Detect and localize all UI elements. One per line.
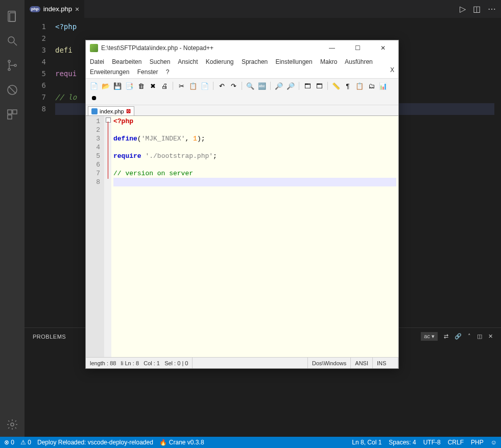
tb-print-icon[interactable]: 🖨 — [159, 81, 170, 91]
tb-new-icon[interactable]: 📄 — [89, 81, 99, 91]
more-actions-icon[interactable]: ⋯ — [488, 4, 496, 14]
menu-datei[interactable]: Datei — [90, 58, 104, 65]
tb-saveall-icon[interactable]: 📑 — [124, 81, 134, 91]
explorer-icon[interactable] — [0, 4, 25, 29]
menu-suchen[interactable]: Suchen — [150, 58, 171, 65]
svg-rect-9 — [8, 110, 12, 114]
tb-allchars-icon[interactable]: ¶ — [343, 81, 353, 91]
menu-help[interactable]: ? — [166, 68, 170, 76]
npp-doc-close[interactable]: X — [390, 65, 394, 75]
svg-point-6 — [14, 64, 16, 66]
menu-kodierung[interactable]: Kodierung — [206, 58, 234, 65]
tb-cut-icon[interactable]: ✂ — [176, 81, 186, 91]
notepadpp-window: E:\test\SFTP\data\index.php - Notepad++ … — [85, 40, 399, 369]
php-file-icon: php — [30, 6, 40, 12]
npp-tab-close-icon[interactable]: ⊠ — [126, 108, 131, 114]
npp-code: <?php define('MJK_INDEX', 1); require '.… — [111, 116, 398, 357]
tab-label: index.php — [43, 5, 72, 13]
menu-einstellungen[interactable]: Einstellungen — [276, 58, 313, 65]
debug-icon[interactable] — [0, 78, 25, 102]
svg-rect-1 — [10, 13, 15, 21]
panel-maximize-icon[interactable]: ◫ — [477, 333, 482, 340]
svg-point-4 — [8, 60, 10, 62]
settings-icon[interactable] — [0, 412, 25, 437]
menu-erweiterungen[interactable]: Erweiterungen — [90, 68, 129, 76]
tb-close-icon[interactable]: 🗑 — [136, 81, 146, 91]
npp-status-mode: INS — [373, 358, 398, 368]
tab-close-icon[interactable]: × — [75, 5, 79, 13]
npp-tab[interactable]: index.php ⊠ — [88, 106, 134, 115]
status-bar: ⊗ 0 ⚠ 0 Deploy Reloaded: vscode-deploy-r… — [0, 437, 501, 448]
panel-dropdown[interactable]: ac ▾ — [421, 332, 438, 341]
editor-tab[interactable]: php index.php × — [25, 0, 85, 18]
search-icon[interactable] — [0, 29, 25, 53]
npp-gutter: 1 2 3 4 5 6 7 8 — [86, 116, 104, 357]
scm-icon[interactable] — [0, 53, 25, 78]
status-spaces[interactable]: Spaces: 4 — [389, 439, 416, 446]
tb-indent-icon[interactable]: 📋 — [354, 81, 365, 91]
close-button[interactable]: ✕ — [372, 41, 394, 55]
tb-sync2-icon[interactable]: 🗔 — [314, 81, 324, 91]
tb-undo-icon[interactable]: ↶ — [217, 81, 227, 91]
tb-sync1-icon[interactable]: 🗔 — [302, 81, 313, 91]
tb-find-icon[interactable]: 🔍 — [245, 81, 255, 91]
npp-fold-margin[interactable] — [104, 116, 111, 357]
minimize-button[interactable]: — — [321, 41, 343, 55]
svg-point-2 — [8, 37, 14, 43]
status-deploy[interactable]: Deploy Reloaded: vscode-deploy-reloaded — [37, 439, 153, 446]
npp-toolbar: 📄 📂 💾 📑 🗑 ✖ 🖨 ✂ 📋 📄 ↶ ↷ 🔍 🔤 🔎 🔎 🗔 🗔 📏 ¶ … — [86, 78, 398, 105]
npp-status-eol: Dos\Windows — [308, 358, 351, 368]
status-feedback-icon[interactable]: ☺ — [491, 439, 497, 446]
status-crane[interactable]: 🔥 Crane v0.3.8 — [159, 439, 204, 446]
menu-ansicht[interactable]: Ansicht — [178, 58, 198, 65]
npp-tabs: index.php ⊠ — [86, 105, 398, 116]
svg-line-3 — [14, 42, 17, 45]
npp-current-line — [113, 178, 396, 186]
status-encoding[interactable]: UTF-8 — [423, 439, 441, 446]
panel-icon2[interactable]: 🔗 — [455, 333, 462, 340]
status-eol[interactable]: CRLF — [448, 439, 464, 446]
panel-up-icon[interactable]: ˄ — [468, 333, 471, 340]
npp-tab-icon — [91, 108, 98, 114]
tb-closeall-icon[interactable]: ✖ — [148, 81, 158, 91]
menu-fenster[interactable]: Fenster — [137, 68, 158, 76]
tb-save-icon[interactable]: 💾 — [112, 81, 123, 91]
tb-open-icon[interactable]: 📂 — [101, 81, 111, 91]
svg-rect-11 — [8, 115, 12, 119]
menu-bearbeiten[interactable]: Bearbeiten — [112, 58, 141, 65]
npp-editor[interactable]: 1 2 3 4 5 6 7 8 <?php define('MJK_INDEX'… — [86, 116, 398, 357]
tb-folder-icon[interactable]: 🗂 — [366, 81, 376, 91]
status-warnings[interactable]: ⚠ 0 — [20, 439, 31, 446]
status-position[interactable]: Ln 8, Col 1 — [352, 439, 381, 446]
menu-makro[interactable]: Makro — [320, 58, 337, 65]
activity-bar — [0, 0, 25, 437]
status-errors[interactable]: ⊗ 0 — [4, 439, 14, 446]
npp-title: E:\test\SFTP\data\index.php - Notepad++ — [101, 44, 318, 52]
tb-paste-icon[interactable]: 📄 — [200, 81, 210, 91]
tb-zoomout-icon[interactable]: 🔎 — [285, 81, 296, 91]
problems-tab[interactable]: PROBLEMS — [33, 334, 66, 340]
line-gutter: 1 2 3 4 5 6 7 8 — [25, 18, 55, 327]
tb-replace-icon[interactable]: 🔤 — [257, 81, 267, 91]
tb-copy-icon[interactable]: 📋 — [188, 81, 198, 91]
tb-zoomin-icon[interactable]: 🔎 — [274, 81, 284, 91]
svg-point-12 — [11, 423, 14, 426]
menu-ausfuehren[interactable]: Ausführen — [345, 58, 373, 65]
menu-sprachen[interactable]: Sprachen — [242, 58, 268, 65]
svg-point-5 — [8, 68, 10, 70]
panel-close-icon[interactable]: ✕ — [488, 333, 493, 340]
npp-status-enc: ANSI — [351, 358, 373, 368]
npp-titlebar[interactable]: E:\test\SFTP\data\index.php - Notepad++ … — [86, 40, 398, 56]
tb-redo-icon[interactable]: ↷ — [228, 81, 238, 91]
npp-status-length: length : 88 li Ln : 8 Col : 1 Sel : 0 | … — [86, 358, 193, 368]
extensions-icon[interactable] — [0, 102, 25, 127]
status-language[interactable]: PHP — [471, 439, 484, 446]
tb-funclist-icon[interactable]: 📊 — [378, 81, 388, 91]
tb-wordwrap-icon[interactable]: 📏 — [331, 81, 341, 91]
tb-record-icon[interactable]: ⏺ — [89, 92, 99, 103]
split-editor-icon[interactable]: ◫ — [473, 4, 481, 14]
run-icon[interactable]: ▷ — [460, 4, 466, 14]
maximize-button[interactable]: ☐ — [346, 41, 369, 55]
npp-app-icon — [90, 44, 98, 52]
panel-icon1[interactable]: ⇄ — [444, 333, 448, 340]
